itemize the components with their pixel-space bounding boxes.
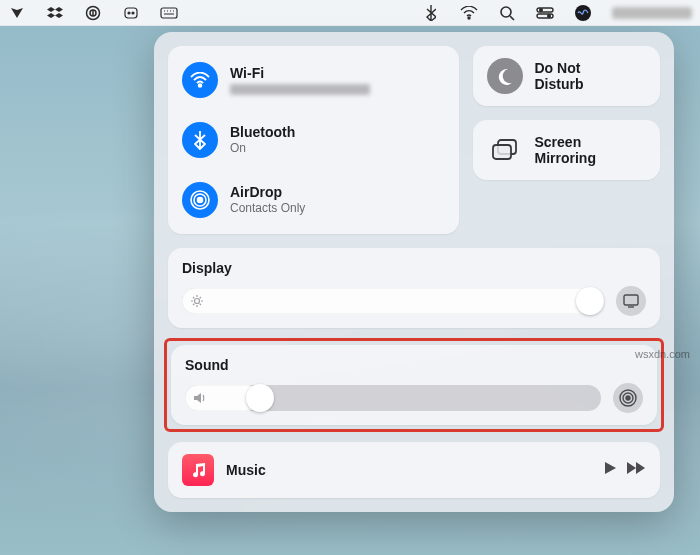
discord-icon[interactable] <box>122 4 140 22</box>
dnd-label-2: Disturb <box>535 76 584 92</box>
svg-point-19 <box>195 299 200 304</box>
music-label: Music <box>226 462 266 478</box>
svg-point-14 <box>198 198 203 203</box>
wifi-menubar-icon[interactable] <box>460 4 478 22</box>
bluetooth-icon <box>182 122 218 158</box>
wifi-label: Wi-Fi <box>230 65 370 82</box>
svg-point-21 <box>626 396 630 400</box>
display-options-button[interactable] <box>616 286 646 316</box>
display-card: Display <box>168 248 660 328</box>
mirroring-label-1: Screen <box>535 134 582 150</box>
airdrop-toggle[interactable]: AirDrop Contacts Only <box>182 178 445 222</box>
wifi-toggle[interactable]: Wi-Fi <box>182 58 445 102</box>
display-title: Display <box>182 260 646 276</box>
svg-point-4 <box>132 12 134 14</box>
siri-icon[interactable] <box>574 4 592 22</box>
mirroring-icon <box>487 132 523 168</box>
airdrop-label: AirDrop <box>230 184 305 201</box>
bluetooth-status: On <box>230 141 295 155</box>
sound-output-button[interactable] <box>613 383 643 413</box>
sound-highlight: Sound <box>164 338 664 432</box>
airdrop-status: Contacts Only <box>230 201 305 215</box>
control-center-menubar-icon[interactable] <box>536 4 554 22</box>
svg-point-6 <box>468 17 470 19</box>
bluetooth-label: Bluetooth <box>230 124 295 141</box>
svg-point-13 <box>199 84 202 87</box>
svg-point-7 <box>501 7 511 17</box>
music-app-icon <box>182 454 214 486</box>
display-brightness-slider[interactable] <box>182 288 604 314</box>
svg-point-9 <box>540 8 543 11</box>
brightness-low-icon <box>190 294 204 308</box>
mirroring-label-2: Mirroring <box>535 150 596 166</box>
wifi-network-redacted <box>230 84 370 95</box>
svg-rect-5 <box>161 8 177 18</box>
screen-mirroring-button[interactable]: ScreenMirroring <box>473 120 661 180</box>
airdrop-icon <box>182 182 218 218</box>
play-button[interactable] <box>602 460 618 480</box>
svg-point-11 <box>548 14 551 17</box>
sound-title: Sound <box>185 357 643 373</box>
music-card[interactable]: Music <box>168 442 660 498</box>
moon-icon <box>487 58 523 94</box>
bluetooth-toggle[interactable]: Bluetooth On <box>182 118 445 162</box>
sound-card: Sound <box>171 345 657 425</box>
wifi-icon <box>182 62 218 98</box>
evernote-icon[interactable] <box>8 4 26 22</box>
dnd-label-1: Do Not <box>535 60 581 76</box>
onepassword-icon[interactable] <box>84 4 102 22</box>
sound-volume-slider[interactable] <box>185 385 601 411</box>
svg-rect-18 <box>493 145 511 159</box>
user-name-redacted <box>612 7 692 19</box>
volume-low-icon <box>193 391 209 405</box>
control-center-panel: Wi-Fi Bluetooth On AirDrop <box>154 32 674 512</box>
next-track-button[interactable] <box>626 460 646 480</box>
menu-bar <box>0 0 700 26</box>
dropbox-icon[interactable] <box>46 4 64 22</box>
search-menubar-icon[interactable] <box>498 4 516 22</box>
connectivity-card: Wi-Fi Bluetooth On AirDrop <box>168 46 459 234</box>
svg-point-3 <box>128 12 130 14</box>
watermark: wsxdn.com <box>635 348 690 360</box>
keyboard-icon[interactable] <box>160 4 178 22</box>
do-not-disturb-button[interactable]: Do NotDisturb <box>473 46 661 106</box>
svg-rect-20 <box>624 295 638 305</box>
svg-rect-2 <box>125 8 137 18</box>
bluetooth-menubar-icon[interactable] <box>422 4 440 22</box>
